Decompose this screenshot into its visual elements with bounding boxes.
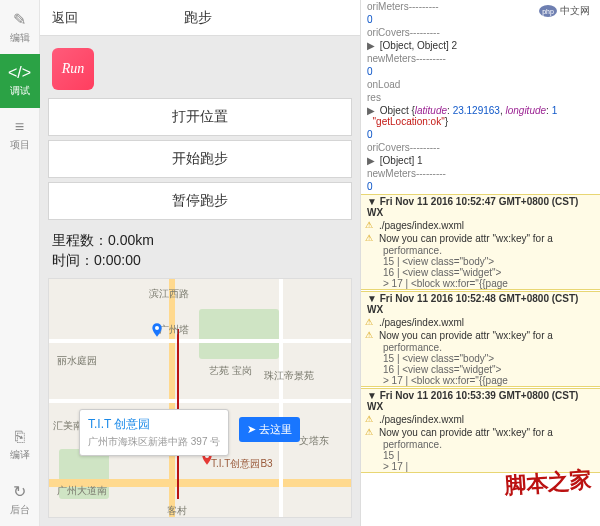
sidebar-label: 编辑	[10, 31, 30, 45]
map-label: 丽水庭园	[57, 354, 97, 368]
map-label: 艺苑 宝岗	[209, 364, 252, 378]
debug-icon: </>	[8, 64, 31, 82]
popup-title: T.I.T 创意园	[88, 416, 220, 433]
time-label: 时间：	[52, 252, 94, 268]
road-minor	[49, 339, 351, 343]
console-line: res	[361, 91, 600, 104]
sidebar-item-edit[interactable]: ✎ 编辑	[0, 0, 40, 54]
stats-panel: 里程数：0.00km 时间：0:00:00	[48, 224, 352, 278]
sidebar-item-project[interactable]: ≡ 项目	[0, 108, 40, 162]
park-area	[199, 309, 279, 359]
sidebar-label: 编译	[10, 448, 30, 462]
map-label: 滨江西路	[149, 287, 189, 301]
refresh-icon: ↻	[13, 482, 26, 501]
pause-run-button[interactable]: 暂停跑步	[48, 182, 352, 220]
console-line: oriCovers---------	[361, 141, 600, 154]
map-popup[interactable]: T.I.T 创意园 广州市海珠区新港中路 397 号	[79, 409, 229, 456]
sidebar-item-debug[interactable]: </> 调试	[0, 54, 40, 108]
watermark-phpcn: php中文网	[539, 4, 590, 18]
map-label: 珠江帝景苑	[264, 369, 314, 383]
map-view[interactable]: 滨江西路 广州塔 丽水庭园 艺苑 宝岗 珠江帝景苑 汇美南 文塔东 广州大道南 …	[48, 278, 352, 518]
phone-simulator: 返回 跑步 Run 打开位置 开始跑步 暂停跑步 里程数：0.00km 时间：0…	[40, 0, 360, 526]
console-line: ▶ Object {latitude: 23.129163, longitude…	[361, 104, 600, 128]
map-label: T.I.T创意园B3	[211, 457, 273, 471]
map-marker-blue[interactable]	[149, 319, 165, 341]
console-line: 0	[361, 65, 600, 78]
console-line: 0	[361, 180, 600, 193]
phone-body: Run 打开位置 开始跑步 暂停跑步 里程数：0.00km 时间：0:00:00…	[40, 36, 360, 526]
sidebar-label: 调试	[10, 84, 30, 98]
page-title: 跑步	[48, 9, 348, 27]
ide-sidebar: ✎ 编辑 </> 调试 ≡ 项目 ⎘ 编译 ↻ 后台	[0, 0, 40, 526]
compile-icon: ⎘	[15, 428, 25, 446]
sidebar-label: 项目	[10, 138, 30, 152]
console-line: newMeters---------	[361, 52, 600, 65]
console-line: ▶ [Object] 1	[361, 154, 600, 167]
console-line: onLoad	[361, 78, 600, 91]
svg-point-0	[155, 326, 159, 330]
road-minor	[279, 279, 283, 517]
console-warning-group[interactable]: Fri Nov 11 2016 10:53:39 GMT+0800 (CST) …	[361, 388, 600, 473]
navigate-icon: ➤	[247, 423, 256, 436]
watermark-script-home: 脚本之家	[503, 465, 593, 501]
mileage-label: 里程数：	[52, 232, 108, 248]
road-minor	[49, 399, 351, 403]
console-warning-group[interactable]: Fri Nov 11 2016 10:52:47 GMT+0800 (CST) …	[361, 194, 600, 290]
time-value: 0:00:00	[94, 252, 141, 268]
sidebar-item-compile[interactable]: ⎘ 编译	[0, 418, 40, 472]
console-warning-group[interactable]: Fri Nov 11 2016 10:52:48 GMT+0800 (CST) …	[361, 291, 600, 387]
map-label: 文塔东	[299, 434, 329, 448]
console-line: oriCovers---------	[361, 26, 600, 39]
sidebar-item-background[interactable]: ↻ 后台	[0, 472, 40, 526]
sidebar-label: 后台	[10, 503, 30, 517]
console-line: newMeters---------	[361, 167, 600, 180]
console-line: ▶ [Object, Object] 2	[361, 39, 600, 52]
phone-topbar: 返回 跑步	[40, 0, 360, 36]
menu-icon: ≡	[15, 118, 24, 136]
go-label: 去这里	[259, 422, 292, 437]
mileage-value: 0.00km	[108, 232, 154, 248]
open-location-button[interactable]: 打开位置	[48, 98, 352, 136]
road-major	[169, 279, 175, 517]
console-line: 0	[361, 128, 600, 141]
start-run-button[interactable]: 开始跑步	[48, 140, 352, 178]
map-label: 客村	[167, 504, 187, 518]
debug-console[interactable]: php中文网 oriMeters---------0oriCovers-----…	[360, 0, 600, 526]
app-logo: Run	[52, 48, 94, 90]
popup-address: 广州市海珠区新港中路 397 号	[88, 435, 220, 449]
map-label: 广州大道南	[57, 484, 107, 498]
go-here-button[interactable]: ➤ 去这里	[239, 417, 300, 442]
edit-icon: ✎	[13, 10, 26, 29]
